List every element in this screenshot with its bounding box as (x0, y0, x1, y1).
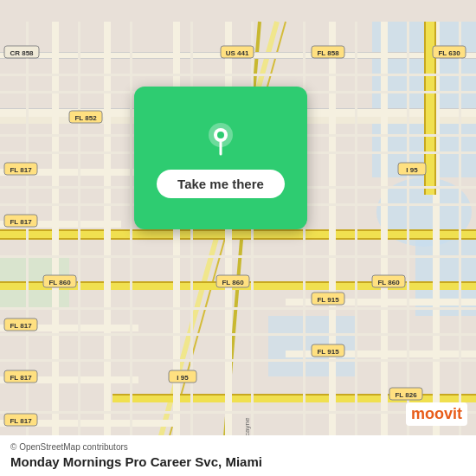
map-container: CR 858 FL 858 FL 630 US 441 FL 852 FL 81… (0, 0, 476, 476)
take-me-there-button[interactable]: Take me there (157, 170, 285, 198)
svg-text:FL 826: FL 826 (395, 391, 417, 399)
svg-rect-57 (355, 22, 357, 454)
svg-text:US 441: US 441 (226, 49, 249, 57)
svg-text:FL 817: FL 817 (10, 218, 32, 226)
svg-text:FL 817: FL 817 (10, 322, 32, 330)
svg-rect-49 (0, 411, 476, 414)
svg-rect-47 (0, 333, 476, 336)
svg-text:I 95: I 95 (177, 374, 189, 382)
svg-text:FL 817: FL 817 (10, 417, 32, 425)
svg-rect-46 (0, 307, 476, 310)
svg-text:CR 858: CR 858 (10, 49, 34, 57)
moovit-logo: moovit (406, 402, 467, 426)
svg-text:FL 860: FL 860 (377, 279, 400, 286)
svg-text:FL 852: FL 852 (74, 114, 97, 122)
svg-rect-51 (26, 22, 29, 454)
svg-text:FL 630: FL 630 (438, 49, 460, 57)
svg-rect-48 (0, 359, 476, 362)
svg-text:I 95: I 95 (406, 166, 418, 174)
location-name: Monday Mornings Pro Career Svc, Miami (10, 454, 466, 469)
svg-text:FL 817: FL 817 (10, 374, 32, 382)
svg-rect-16 (0, 229, 476, 231)
svg-rect-30 (104, 22, 111, 454)
svg-rect-34 (381, 22, 388, 454)
svg-rect-53 (130, 22, 132, 454)
svg-text:FL 860: FL 860 (48, 279, 71, 286)
svg-rect-45 (0, 255, 476, 258)
svg-rect-52 (78, 22, 80, 454)
svg-rect-59 (459, 22, 461, 454)
svg-point-99 (217, 132, 224, 138)
svg-text:FL 817: FL 817 (10, 166, 32, 174)
navigation-card: Take me there (134, 87, 307, 229)
svg-rect-56 (303, 22, 306, 454)
svg-rect-39 (0, 74, 476, 76)
svg-rect-33 (329, 22, 336, 454)
svg-text:FL 858: FL 858 (317, 49, 339, 57)
svg-rect-29 (52, 22, 59, 454)
moovit-text: moovit (411, 405, 462, 423)
location-pin-icon (200, 118, 241, 159)
map-svg: CR 858 FL 858 FL 630 US 441 FL 852 FL 81… (0, 0, 476, 476)
map-attribution: © OpenStreetMap contributors (10, 442, 466, 452)
svg-rect-17 (0, 238, 476, 240)
bottom-info-bar: © OpenStreetMap contributors Monday Morn… (0, 435, 476, 476)
svg-text:FL 860: FL 860 (222, 279, 244, 286)
svg-text:FL 915: FL 915 (317, 348, 339, 356)
svg-text:FL 915: FL 915 (317, 296, 339, 304)
